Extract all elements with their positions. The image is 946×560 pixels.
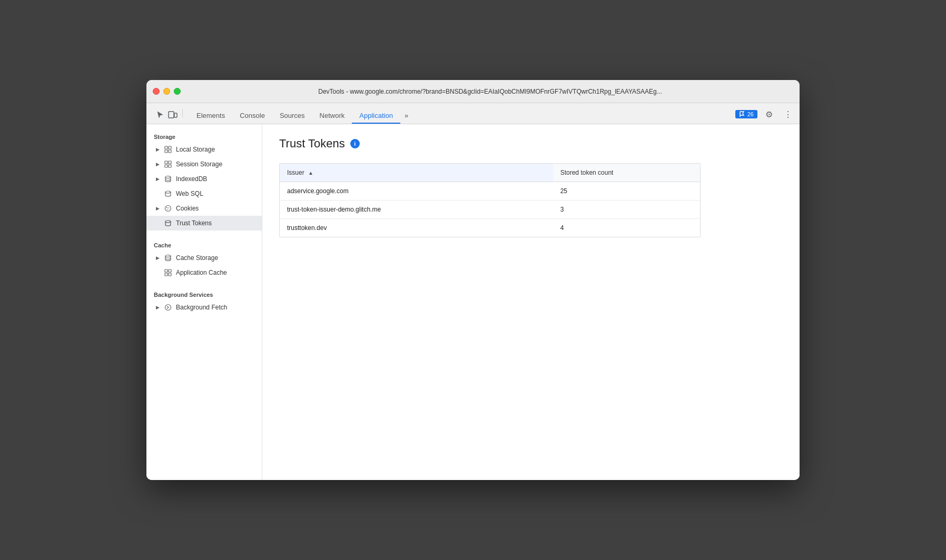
maximize-button[interactable] <box>174 88 181 95</box>
svg-rect-22 <box>169 273 171 276</box>
sidebar-item-background-fetch[interactable]: ▶ Background Fetch <box>146 300 262 315</box>
page-title-row: Trust Tokens i <box>279 137 783 151</box>
devtools-body: Storage ▶ Local Storage ▶ Session Storag… <box>146 124 800 480</box>
cookies-label: Cookies <box>176 205 199 212</box>
svg-point-15 <box>167 209 168 210</box>
sidebar-item-trust-tokens[interactable]: ▶ Trust Tokens <box>146 216 262 231</box>
close-button[interactable] <box>153 88 160 95</box>
trust-tokens-label: Trust Tokens <box>176 219 212 227</box>
database-icon <box>163 174 173 184</box>
table-row[interactable]: trust-token-issuer-demo.glitch.me3 <box>280 201 700 219</box>
svg-rect-4 <box>165 150 167 153</box>
issues-badge[interactable]: 26 <box>735 110 757 118</box>
info-icon[interactable]: i <box>350 139 360 148</box>
sidebar-item-application-cache[interactable]: Application Cache <box>146 265 262 280</box>
expand-arrow-icon: ▶ <box>154 161 161 168</box>
svg-rect-2 <box>165 146 167 149</box>
svg-rect-1 <box>174 113 177 117</box>
settings-button[interactable]: ⚙ <box>762 107 776 122</box>
background-services-label: Background Services <box>146 286 262 300</box>
col-header-issuer[interactable]: Issuer ▲ <box>280 164 553 182</box>
svg-rect-6 <box>165 161 167 164</box>
database-single-icon <box>163 218 173 228</box>
svg-rect-9 <box>169 165 171 167</box>
indexeddb-label: IndexedDB <box>176 175 207 183</box>
sidebar-item-indexeddb[interactable]: ▶ IndexedDB <box>146 172 262 186</box>
tab-application[interactable]: Application <box>352 108 400 124</box>
svg-point-10 <box>165 176 171 178</box>
device-toggle-icon[interactable] <box>167 109 178 120</box>
cache-section-label: Cache <box>146 237 262 251</box>
flag-icon <box>739 111 745 117</box>
svg-rect-7 <box>169 161 171 164</box>
cell-issuer: trust-token-issuer-demo.glitch.me <box>280 201 553 219</box>
database-single-icon <box>163 189 173 198</box>
cursor-icon[interactable] <box>155 109 165 120</box>
session-storage-label: Session Storage <box>176 161 222 168</box>
page-title: Trust Tokens <box>279 137 345 151</box>
devtools-window: DevTools - www.google.com/chrome/?brand=… <box>146 80 800 480</box>
application-cache-label: Application Cache <box>176 269 227 276</box>
svg-point-13 <box>166 207 167 208</box>
divider <box>182 109 183 117</box>
cookie-icon <box>163 204 173 213</box>
expand-arrow-icon: ▶ <box>154 254 161 262</box>
sort-arrow-icon: ▲ <box>308 170 313 176</box>
minimize-button[interactable] <box>163 88 170 95</box>
trust-tokens-table: Issuer ▲ Stored token count adservice.go… <box>279 163 701 237</box>
cell-count: 25 <box>553 182 700 201</box>
expand-arrow-icon: ▶ <box>154 205 161 212</box>
tab-console[interactable]: Console <box>232 108 272 124</box>
main-panel: Trust Tokens i Issuer ▲ Stored <box>262 124 800 480</box>
storage-section-label: Storage <box>146 128 262 142</box>
cell-count: 4 <box>553 219 700 237</box>
more-tabs-button[interactable]: » <box>400 108 412 124</box>
grid-icon <box>163 145 173 154</box>
svg-point-14 <box>169 207 170 208</box>
col-header-count[interactable]: Stored token count <box>553 164 700 182</box>
table-row[interactable]: adservice.google.com25 <box>280 182 700 201</box>
sidebar-item-cookies[interactable]: ▶ Cookies <box>146 201 262 216</box>
web-sql-label: Web SQL <box>176 190 203 197</box>
svg-point-16 <box>169 209 169 209</box>
sidebar-item-cache-storage[interactable]: ▶ Cache Storage <box>146 251 262 265</box>
svg-rect-19 <box>165 269 167 272</box>
local-storage-label: Local Storage <box>176 146 215 153</box>
window-title: DevTools - www.google.com/chrome/?brand=… <box>187 88 793 95</box>
table-row[interactable]: trusttoken.dev4 <box>280 219 700 237</box>
svg-rect-5 <box>169 150 171 153</box>
svg-point-23 <box>165 305 171 311</box>
grid-icon <box>163 159 173 169</box>
toolbar-icons <box>151 109 189 124</box>
database-icon <box>163 253 173 263</box>
cell-count: 3 <box>553 201 700 219</box>
grid-icon <box>163 268 173 277</box>
expand-arrow-icon: ▶ <box>154 175 161 183</box>
more-options-button[interactable]: ⋮ <box>781 107 795 122</box>
titlebar: DevTools - www.google.com/chrome/?brand=… <box>146 80 800 103</box>
tab-elements[interactable]: Elements <box>189 108 232 124</box>
cell-issuer: adservice.google.com <box>280 182 553 201</box>
sidebar-item-web-sql[interactable]: Web SQL <box>146 186 262 201</box>
svg-rect-20 <box>169 269 171 272</box>
tabs-right-controls: 26 ⚙ ⋮ <box>731 107 800 124</box>
svg-rect-3 <box>169 146 171 149</box>
svg-point-11 <box>165 191 171 193</box>
svg-rect-21 <box>165 273 167 276</box>
tab-sources[interactable]: Sources <box>272 108 312 124</box>
svg-rect-8 <box>165 165 167 167</box>
devtools-tabbar: Elements Console Sources Network Applica… <box>146 103 800 124</box>
svg-point-18 <box>165 255 171 257</box>
sidebar-item-session-storage[interactable]: ▶ Session Storage <box>146 157 262 172</box>
expand-arrow-icon: ▶ <box>154 304 161 311</box>
svg-point-12 <box>165 206 171 212</box>
sidebar-item-local-storage[interactable]: ▶ Local Storage <box>146 142 262 157</box>
svg-point-17 <box>165 221 171 223</box>
background-fetch-label: Background Fetch <box>176 304 227 311</box>
traffic-lights <box>153 88 181 95</box>
tab-network[interactable]: Network <box>312 108 352 124</box>
cell-issuer: trusttoken.dev <box>280 219 553 237</box>
gear-icon: ⚙ <box>765 109 773 119</box>
svg-rect-0 <box>169 112 174 118</box>
vertical-dots-icon: ⋮ <box>784 109 792 119</box>
